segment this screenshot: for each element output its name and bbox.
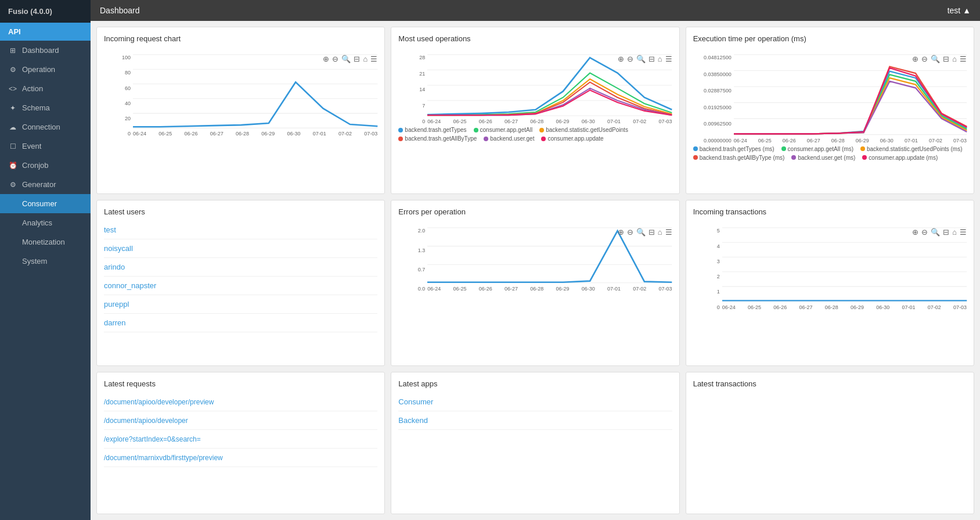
- list-item: pureppl: [104, 295, 377, 314]
- action-icon: <>: [8, 85, 17, 93]
- print-icon[interactable]: ⊟: [648, 55, 655, 63]
- most-used-operations-panel: Most used operations ⊕ ⊖ 🔍 ⊟ ⌂ ☰ 28 21 1…: [391, 27, 679, 194]
- user-list: test noisycall arindo connor_napster pur…: [104, 221, 377, 332]
- list-item: /explore?startIndex=0&search=: [104, 430, 377, 449]
- sidebar-api-section: API: [0, 23, 91, 41]
- exec-time-legend: backend.trash.getTypes (ms) consumer.app…: [693, 146, 967, 161]
- app-logo: Fusio (4.0.0): [0, 0, 91, 23]
- home-icon[interactable]: ⌂: [952, 228, 957, 236]
- user-link-noisycall[interactable]: noisycall: [104, 244, 133, 253]
- incoming-request-chart-container: ⊕ ⊖ 🔍 ⊟ ⌂ ☰ 100 80 60 40 20 0: [104, 55, 377, 137]
- incoming-request-svg: [133, 55, 377, 128]
- sidebar-item-action[interactable]: <> Action: [0, 79, 91, 98]
- zoom-icon[interactable]: 🔍: [636, 228, 646, 236]
- event-icon: ☐: [8, 142, 17, 150]
- latest-transactions-panel: Latest transactions: [686, 372, 974, 514]
- exec-time-svg-area: 06-24 06-25 06-26 06-27 06-28 06-29 06-3…: [734, 55, 967, 144]
- sidebar-item-consumer[interactable]: Consumer: [0, 194, 91, 213]
- latest-requests-panel: Latest requests /document/apioo/develope…: [96, 372, 385, 514]
- home-icon[interactable]: ⌂: [658, 228, 662, 236]
- y-axis-transactions: 5 4 3 2 1 0: [693, 228, 722, 310]
- user-link-darren[interactable]: darren: [104, 318, 126, 327]
- main-area: Dashboard test ▲ Incoming request chart …: [91, 0, 980, 520]
- x-axis-incoming: 06-24 06-25 06-26 06-27 06-28 06-29 06-3…: [133, 130, 377, 137]
- zoom-icon[interactable]: 🔍: [341, 55, 351, 63]
- exec-time-svg: [734, 55, 967, 135]
- print-icon[interactable]: ⊟: [354, 55, 360, 63]
- print-icon[interactable]: ⊟: [943, 55, 949, 63]
- list-item: arindo: [104, 258, 377, 277]
- request-link-1[interactable]: /document/apioo/developer/preview: [104, 398, 214, 406]
- x-axis-transactions: 06-24 06-25 06-26 06-27 06-28 06-29 06-3…: [722, 303, 967, 310]
- schema-icon: ✦: [8, 104, 17, 112]
- zoom-in-icon[interactable]: ⊕: [323, 55, 329, 63]
- execution-time-panel: Execution time per operation (ms) ⊕ ⊖ 🔍 …: [686, 27, 974, 194]
- home-icon[interactable]: ⌂: [658, 55, 662, 63]
- menu-icon[interactable]: ☰: [960, 228, 967, 236]
- transactions-svg: [722, 228, 967, 301]
- generator-icon: ⚙: [8, 181, 17, 189]
- latest-apps-title: Latest apps: [398, 379, 672, 388]
- user-link-pureppl[interactable]: pureppl: [104, 300, 129, 309]
- menu-icon[interactable]: ☰: [960, 55, 967, 63]
- errors-chart-container: ⊕ ⊖ 🔍 ⊟ ⌂ ☰ 2.0 1.3 0.7 0.0: [398, 228, 672, 292]
- sidebar-item-dashboard[interactable]: ⊞ Dashboard: [0, 41, 91, 60]
- sidebar-item-operation[interactable]: ⚙ Operation: [0, 60, 91, 79]
- zoom-out-icon[interactable]: ⊖: [921, 55, 928, 63]
- zoom-out-icon[interactable]: ⊖: [332, 55, 338, 63]
- errors-svg-area: 06-24 06-25 06-26 06-27 06-28 06-29 06-3…: [427, 228, 672, 292]
- topbar: Dashboard test ▲: [91, 0, 980, 21]
- execution-time-container: ⊕ ⊖ 🔍 ⊟ ⌂ ☰ 0.04812500 0.03850000 0.0288…: [693, 55, 967, 161]
- zoom-icon[interactable]: 🔍: [931, 55, 940, 63]
- user-link-connor[interactable]: connor_napster: [104, 281, 156, 290]
- request-link-3[interactable]: /explore?startIndex=0&search=: [104, 435, 201, 443]
- y-axis-incoming: 100 80 60 40 20 0: [104, 55, 133, 137]
- user-link-arindo[interactable]: arindo: [104, 263, 125, 271]
- y-axis-errors: 2.0 1.3 0.7 0.0: [398, 228, 427, 292]
- latest-users-title: Latest users: [104, 207, 377, 216]
- errors-per-operation-title: Errors per operation: [398, 207, 672, 216]
- request-link-2[interactable]: /document/apioo/developer: [104, 417, 188, 425]
- app-link-consumer[interactable]: Consumer: [398, 397, 433, 406]
- zoom-icon[interactable]: 🔍: [636, 55, 646, 63]
- user-link-test[interactable]: test: [104, 225, 116, 234]
- menu-icon[interactable]: ☰: [370, 55, 377, 63]
- zoom-out-icon[interactable]: ⊖: [921, 228, 928, 236]
- request-link-4[interactable]: /document/marnixvdb/firsttype/preview: [104, 454, 223, 462]
- apps-list: Consumer Backend: [398, 393, 672, 430]
- print-icon[interactable]: ⊟: [648, 228, 655, 236]
- sidebar-item-analytics[interactable]: Analytics: [0, 213, 91, 232]
- list-item: Consumer: [398, 393, 672, 411]
- zoom-in-icon[interactable]: ⊕: [912, 55, 918, 63]
- sidebar-item-event[interactable]: ☐ Event: [0, 137, 91, 156]
- y-axis-operations: 28 21 14 7 0: [398, 55, 427, 124]
- sidebar-item-generator[interactable]: ⚙ Generator: [0, 175, 91, 194]
- incoming-request-chart-title: Incoming request chart: [104, 34, 377, 43]
- menu-icon[interactable]: ☰: [665, 55, 672, 63]
- print-icon[interactable]: ⊟: [943, 228, 949, 236]
- menu-icon[interactable]: ☰: [665, 228, 672, 236]
- x-axis-errors: 06-24 06-25 06-26 06-27 06-28 06-29 06-3…: [427, 285, 672, 292]
- incoming-request-svg-area: 06-24 06-25 06-26 06-27 06-28 06-29 06-3…: [133, 55, 377, 137]
- zoom-out-icon[interactable]: ⊖: [627, 55, 633, 63]
- home-icon[interactable]: ⌂: [363, 55, 368, 63]
- sidebar-item-cronjob[interactable]: ⏰ Cronjob: [0, 156, 91, 175]
- incoming-transactions-panel: Incoming transactions ⊕ ⊖ 🔍 ⊟ ⌂ ☰ 5 4 3 …: [686, 200, 974, 366]
- zoom-out-icon[interactable]: ⊖: [627, 228, 633, 236]
- sidebar-item-monetization[interactable]: Monetization: [0, 232, 91, 252]
- sidebar-item-schema[interactable]: ✦ Schema: [0, 98, 91, 117]
- zoom-in-icon[interactable]: ⊕: [912, 228, 918, 236]
- user-menu[interactable]: test ▲: [947, 6, 971, 15]
- app-link-backend[interactable]: Backend: [398, 416, 428, 425]
- zoom-in-icon[interactable]: ⊕: [618, 228, 624, 236]
- transactions-svg-area: 06-24 06-25 06-26 06-27 06-28 06-29 06-3…: [722, 228, 967, 310]
- list-item: /document/apioo/developer/preview: [104, 393, 377, 411]
- sidebar-item-connection[interactable]: ☁ Connection: [0, 117, 91, 137]
- latest-requests-title: Latest requests: [104, 379, 377, 388]
- sidebar: Fusio (4.0.0) API ⊞ Dashboard ⚙ Operatio…: [0, 0, 91, 520]
- zoom-icon[interactable]: 🔍: [931, 228, 940, 236]
- latest-transactions-title: Latest transactions: [693, 379, 967, 388]
- zoom-in-icon[interactable]: ⊕: [618, 55, 624, 63]
- home-icon[interactable]: ⌂: [952, 55, 957, 63]
- sidebar-item-system[interactable]: System: [0, 252, 91, 271]
